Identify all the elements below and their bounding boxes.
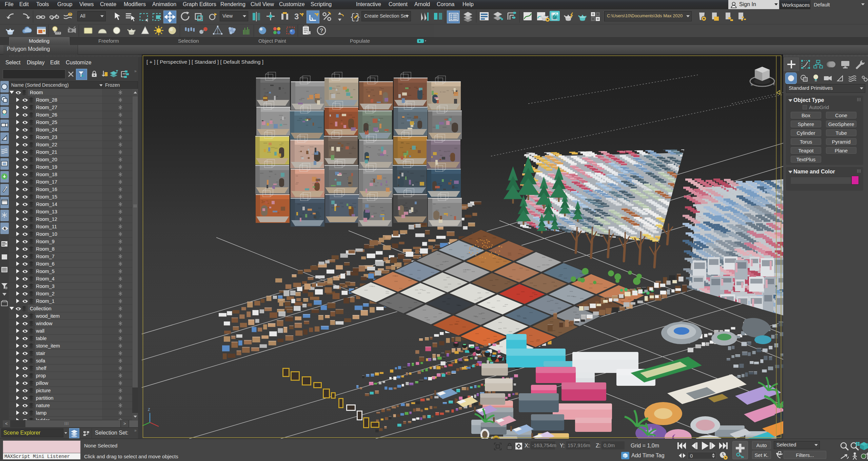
svg-text:[ + ] [ Perspective ] [ Standa: [ + ] [ Perspective ] [ Standard ] [ Def…	[146, 59, 263, 65]
svg-text:picture: picture	[36, 388, 51, 393]
svg-text:wall: wall	[36, 328, 44, 334]
svg-text:3: 3	[294, 12, 299, 21]
svg-text:Room: Room	[30, 90, 43, 95]
svg-text:Room_7: Room_7	[36, 254, 55, 259]
svg-text:table: table	[36, 336, 46, 341]
svg-text:Room_17: Room_17	[36, 179, 57, 185]
svg-text:Room_25: Room_25	[36, 120, 57, 125]
svg-text:Room_6: Room_6	[36, 261, 55, 267]
svg-text:Room_27: Room_27	[36, 105, 57, 110]
svg-text:Room_24: Room_24	[36, 127, 57, 132]
svg-text:Z: Z	[148, 407, 150, 412]
svg-text:Collection: Collection	[30, 306, 52, 311]
svg-text:Room_21: Room_21	[36, 149, 57, 155]
svg-text:window: window	[36, 321, 53, 326]
svg-text:Room_23: Room_23	[36, 134, 57, 140]
svg-text:Room_28: Room_28	[36, 97, 57, 103]
svg-text:Room_4: Room_4	[36, 276, 55, 281]
svg-text:Room_5: Room_5	[36, 269, 55, 274]
svg-text:lamp: lamp	[36, 410, 46, 416]
svg-text:sofa: sofa	[36, 358, 45, 363]
svg-text:Room_8: Room_8	[36, 246, 55, 252]
svg-text:Room_2: Room_2	[36, 291, 55, 296]
svg-text:Room_18: Room_18	[36, 172, 57, 177]
svg-text:prop: prop	[36, 373, 46, 378]
svg-text:stone_item: stone_item	[36, 343, 60, 349]
svg-text:Room_20: Room_20	[36, 157, 57, 162]
svg-text:Room_15: Room_15	[36, 194, 57, 200]
svg-text:Room_10: Room_10	[36, 231, 57, 237]
svg-text:pillow: pillow	[36, 380, 48, 386]
svg-text:Room_11: Room_11	[36, 224, 57, 229]
svg-text:partition: partition	[36, 395, 54, 401]
svg-text:Room_1: Room_1	[36, 298, 55, 304]
svg-text:Room_22: Room_22	[36, 142, 57, 147]
svg-text:Room_9: Room_9	[36, 239, 55, 244]
svg-text:Room_26: Room_26	[36, 112, 57, 118]
svg-text:Room_14: Room_14	[36, 202, 57, 207]
svg-text:Room_19: Room_19	[36, 164, 57, 170]
svg-text:nature: nature	[36, 403, 50, 408]
svg-text:shelf: shelf	[36, 365, 47, 371]
svg-text:Room_3: Room_3	[36, 284, 55, 289]
svg-text:Room_13: Room_13	[36, 209, 57, 214]
svg-text:S: S	[751, 83, 753, 86]
svg-text:Room_12: Room_12	[36, 216, 57, 222]
svg-text:?: ?	[320, 27, 323, 34]
svg-text:wood_item: wood_item	[36, 313, 60, 319]
svg-text:E: E	[773, 82, 775, 86]
svg-text:Room_16: Room_16	[36, 187, 57, 192]
svg-text:stair: stair	[36, 351, 45, 356]
svg-text:ladder: ladder	[36, 418, 50, 420]
